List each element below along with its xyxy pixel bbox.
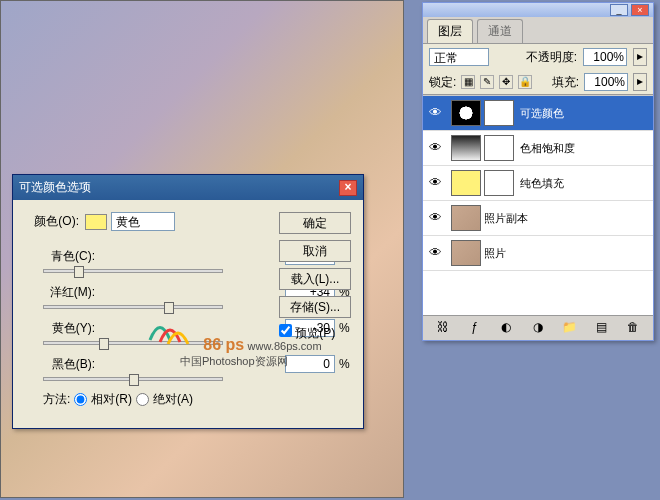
magenta-label: 洋红(M): <box>43 284 95 301</box>
color-select[interactable]: 黄色 <box>111 212 175 231</box>
adjustment-icon[interactable]: ◑ <box>530 320 546 336</box>
visibility-icon[interactable]: 👁 <box>427 210 443 226</box>
layers-panel: _ × 图层 通道 正常 不透明度: 100% ▸ 锁定: ▦ ✎ ✥ 🔒 填充… <box>422 2 654 341</box>
lock-transparency-icon[interactable]: ▦ <box>461 75 475 89</box>
fx-icon[interactable]: ƒ <box>467 320 483 336</box>
selective-color-dialog: 可选颜色选项 × 颜色(O): 黄色 青色(C): % 洋红(M): % 黄色(… <box>12 174 364 429</box>
visibility-icon[interactable]: 👁 <box>427 140 443 156</box>
preview-checkbox[interactable] <box>279 324 292 337</box>
mask-thumb[interactable] <box>484 100 514 126</box>
mask-icon[interactable]: ◐ <box>498 320 514 336</box>
yellow-label: 黄色(Y): <box>43 320 95 337</box>
close-icon[interactable]: × <box>339 180 357 196</box>
load-button[interactable]: 载入(L)... <box>279 268 351 290</box>
layer-row[interactable]: 👁 可选颜色 <box>423 96 653 131</box>
cyan-label: 青色(C): <box>43 248 95 265</box>
layer-thumb[interactable] <box>451 240 481 266</box>
layer-row[interactable]: 👁 纯色填充 <box>423 166 653 201</box>
panel-titlebar[interactable]: _ × <box>423 3 653 17</box>
link-icon[interactable]: ⛓ <box>435 320 451 336</box>
close-icon[interactable]: × <box>631 4 649 16</box>
black-label: 黑色(B): <box>43 356 95 373</box>
mask-thumb[interactable] <box>484 170 514 196</box>
yellow-slider[interactable] <box>43 341 223 345</box>
layer-name: 可选颜色 <box>520 106 564 121</box>
color-label: 颜色(O): <box>23 213 79 230</box>
minimize-icon[interactable]: _ <box>610 4 628 16</box>
tab-channels[interactable]: 通道 <box>477 19 523 43</box>
opacity-input[interactable]: 100% <box>583 48 627 66</box>
slider-thumb[interactable] <box>164 302 174 314</box>
dialog-titlebar[interactable]: 可选颜色选项 × <box>13 175 363 200</box>
save-button[interactable]: 存储(S)... <box>279 296 351 318</box>
black-input[interactable] <box>285 355 335 373</box>
slider-thumb[interactable] <box>129 374 139 386</box>
lock-paint-icon[interactable]: ✎ <box>480 75 494 89</box>
fill-input[interactable]: 100% <box>584 73 628 91</box>
layer-row[interactable]: 👁 照片副本 <box>423 201 653 236</box>
visibility-icon[interactable]: 👁 <box>427 105 443 121</box>
slider-thumb[interactable] <box>74 266 84 278</box>
absolute-radio[interactable] <box>136 393 149 406</box>
layer-name: 色相饱和度 <box>520 141 575 156</box>
tab-layers[interactable]: 图层 <box>427 19 473 43</box>
visibility-icon[interactable]: 👁 <box>427 175 443 191</box>
mask-thumb[interactable] <box>484 135 514 161</box>
layer-thumb[interactable] <box>451 170 481 196</box>
color-swatch <box>85 214 107 230</box>
layer-thumb[interactable] <box>451 205 481 231</box>
percent-label: % <box>339 357 353 371</box>
lock-position-icon[interactable]: ✥ <box>499 75 513 89</box>
layers-list: 👁 可选颜色 👁 色相饱和度 👁 纯色填充 👁 照片副本 👁 照片 <box>423 95 653 315</box>
layer-name: 照片 <box>484 246 506 261</box>
new-layer-icon[interactable]: ▤ <box>593 320 609 336</box>
fill-arrow-icon[interactable]: ▸ <box>633 73 647 91</box>
opacity-label: 不透明度: <box>526 49 577 66</box>
absolute-label: 绝对(A) <box>153 391 193 408</box>
folder-icon[interactable]: 📁 <box>562 320 578 336</box>
black-slider[interactable] <box>43 377 223 381</box>
lock-all-icon[interactable]: 🔒 <box>518 75 532 89</box>
cancel-button[interactable]: 取消 <box>279 240 351 262</box>
layer-thumb[interactable] <box>451 100 481 126</box>
visibility-icon[interactable]: 👁 <box>427 245 443 261</box>
blend-mode-select[interactable]: 正常 <box>429 48 489 66</box>
relative-label: 相对(R) <box>91 391 132 408</box>
layer-row[interactable]: 👁 照片 <box>423 236 653 271</box>
layer-thumb[interactable] <box>451 135 481 161</box>
opacity-arrow-icon[interactable]: ▸ <box>633 48 647 66</box>
trash-icon[interactable]: 🗑 <box>625 320 641 336</box>
layer-name: 纯色填充 <box>520 176 564 191</box>
fill-label: 填充: <box>552 74 579 91</box>
layer-row[interactable]: 👁 色相饱和度 <box>423 131 653 166</box>
method-label: 方法: <box>43 391 70 408</box>
dialog-title-text: 可选颜色选项 <box>19 179 91 196</box>
magenta-slider[interactable] <box>43 305 223 309</box>
relative-radio[interactable] <box>74 393 87 406</box>
preview-label: 预览(P) <box>295 326 335 340</box>
lock-label: 锁定: <box>429 74 456 91</box>
slider-thumb[interactable] <box>99 338 109 350</box>
layer-name: 照片副本 <box>484 211 528 226</box>
ok-button[interactable]: 确定 <box>279 212 351 234</box>
cyan-slider[interactable] <box>43 269 223 273</box>
